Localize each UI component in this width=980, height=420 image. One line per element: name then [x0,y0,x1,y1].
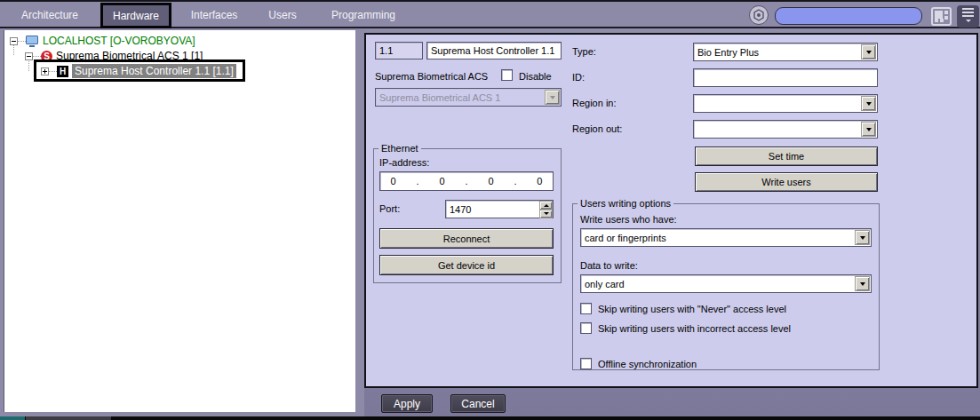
ip-octet: 0 [537,176,542,186]
chevron-down-icon[interactable] [855,230,870,245]
menu-item-hardware[interactable]: Hardware [100,3,171,28]
tree-node-label[interactable]: Suprema Host Controller 1.1 [1.1] [72,64,236,78]
disable-label: Disable [519,71,552,82]
taskbar-segment [26,416,111,420]
application-window: Architecture Hardware Interfaces Users P… [0,0,980,420]
tree-node-label[interactable]: Suprema Biometrical ACS 1 [1] [56,50,203,62]
apply-button[interactable]: Apply [381,394,433,413]
checkbox-label: Skip writing users with "Never" access l… [598,304,786,314]
type-label: Type: [572,46,596,57]
collapse-icon[interactable] [10,37,18,45]
chevron-down-icon[interactable] [855,276,870,291]
region-in-dropdown[interactable] [693,94,878,113]
disable-checkbox[interactable] [501,69,513,81]
write-users-button[interactable]: Write users [695,172,878,192]
ip-address-label: IP-address: [379,157,429,168]
data-to-write-dropdown[interactable]: only card [580,274,872,293]
skip-never-access-row[interactable]: Skip writing users with "Never" access l… [580,303,786,314]
menu-item-label: Architecture [21,9,78,21]
skip-never-access-checkbox[interactable] [580,303,592,314]
tree-node-host-controller[interactable]: H Suprema Host Controller 1.1 [1.1] [41,64,236,78]
set-time-button[interactable]: Set time [695,147,878,166]
checkbox-label: Offline synchronization [598,359,697,369]
chevron-down-icon [545,90,560,105]
hardware-tree-panel: LOCALHOST [O-VOROBYOVA] S Suprema Biomet… [4,30,355,412]
parent-object-dropdown: Suprema Biometrical ACS 1 [375,88,562,107]
menu-item-label: Programming [331,9,395,21]
suprema-s-icon: S [41,51,52,62]
chevron-down-icon[interactable] [861,44,876,59]
settings-icon[interactable] [749,5,769,25]
menu-item-label: Interfaces [191,9,238,21]
taskbar-start-segment [0,416,25,420]
write-users-who-have-label: Write users who have: [580,214,677,225]
ethernet-group: Ethernet IP-address: 0 . 0 . 0 . 0 Port: [373,143,562,283]
spin-down-icon[interactable] [539,210,553,218]
port-input[interactable] [445,200,554,218]
object-name-field[interactable] [426,42,562,59]
tree-node-suprema-acs[interactable]: S Suprema Biometrical ACS 1 [1] [25,49,203,63]
chevron-down-icon[interactable] [861,96,876,111]
ip-address-input[interactable]: 0 . 0 . 0 . 0 [379,171,554,191]
dropdown-value: Suprema Biometrical ACS 1 [379,92,500,103]
dropdown-value: only card [585,279,625,289]
menu-item-programming[interactable]: Programming [331,4,395,27]
menu-item-interfaces[interactable]: Interfaces [187,4,242,27]
skip-incorrect-access-checkbox[interactable] [580,322,592,334]
device-id-field[interactable] [693,68,878,87]
hamburger-menu-icon[interactable] [957,5,979,28]
ip-octet: 0 [390,176,395,186]
parent-type-label: Suprema Biometrical ACS [375,71,488,82]
write-users-who-have-dropdown[interactable]: card or fingerprints [580,228,872,247]
ip-octet: 0 [488,176,493,186]
menu-item-architecture[interactable]: Architecture [18,4,82,27]
port-label: Port: [379,203,400,214]
region-out-label: Region out: [572,123,622,134]
expand-icon[interactable] [41,67,49,75]
skip-incorrect-access-row[interactable]: Skip writing users with incorrect access… [580,322,791,334]
users-writing-options-title: Users writing options [578,198,673,209]
layout-grid-icon[interactable] [929,5,953,28]
taskbar-strip [0,416,980,420]
cancel-button[interactable]: Cancel [450,394,506,413]
settings-region: Suprema Biometrical ACS Disable Suprema … [364,29,980,420]
dropdown-value: card or fingerprints [585,233,666,243]
get-device-id-button[interactable]: Get device id [379,255,554,275]
ip-octet: 0 [439,176,444,186]
tree-node-label[interactable]: LOCALHOST [O-VOROBYOVA] [43,35,195,47]
gear-glyph [753,9,765,21]
region-out-dropdown[interactable] [693,120,878,139]
region-in-label: Region in: [572,98,617,108]
computer-icon [26,36,39,47]
object-id-field[interactable] [375,42,423,59]
dropdown-value: Bio Entry Plus [697,47,759,58]
top-menu-bar: Architecture Hardware Interfaces Users P… [0,0,980,28]
menu-item-users[interactable]: Users [265,4,300,27]
controller-settings-panel: Suprema Biometrical ACS Disable Suprema … [364,33,978,388]
type-dropdown[interactable]: Bio Entry Plus [693,43,878,61]
ip-separator: . [416,176,418,186]
port-spinner[interactable] [445,200,554,218]
offline-synchronization-checkbox[interactable] [580,358,592,369]
ethernet-group-title: Ethernet [378,143,421,154]
data-to-write-label: Data to write: [580,260,638,271]
collapse-icon[interactable] [25,52,33,60]
spin-up-icon[interactable] [539,201,553,210]
chevron-down-icon[interactable] [861,122,876,137]
id-label: ID: [572,72,585,83]
tree-node-localhost[interactable]: LOCALHOST [O-VOROBYOVA] [10,34,195,48]
menu-item-label: Hardware [113,10,159,22]
offline-synchronization-row[interactable]: Offline synchronization [580,358,697,369]
menu-item-label: Users [268,9,296,21]
users-writing-options-group: Users writing options Write users who ha… [572,198,880,370]
host-controller-h-icon: H [57,66,68,77]
ip-separator: . [514,176,516,186]
reconnect-button[interactable]: Reconnect [379,228,554,249]
search-input[interactable] [775,7,922,25]
checkbox-label: Skip writing users with incorrect access… [598,323,791,334]
ip-separator: . [465,176,467,186]
